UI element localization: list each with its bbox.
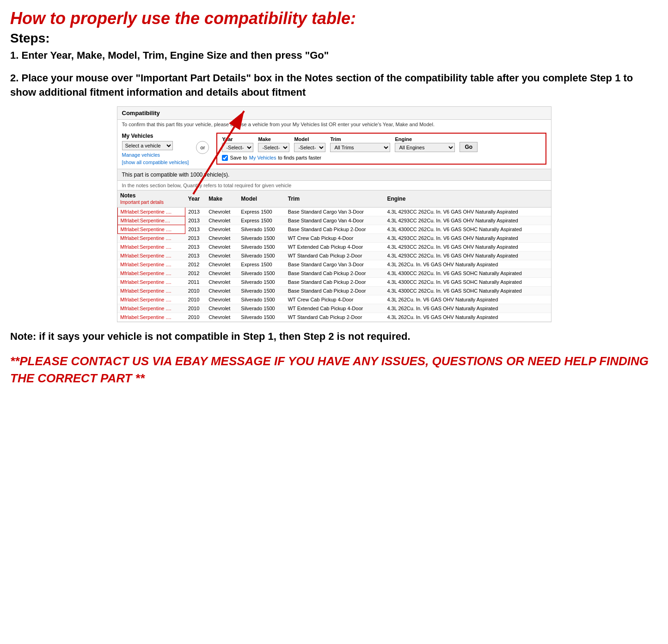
cell-notes: Mfrlabel:Serpentine .... <box>117 242 185 251</box>
engine-select[interactable]: All Engines <box>395 143 455 152</box>
col-notes: Notes Important part details <box>117 190 185 207</box>
cell-engine: 4.3L 4300CC 262Cu. In. V6 GAS SOHC Natur… <box>384 269 551 277</box>
cell-engine: 4.3L 4300CC 262Cu. In. V6 GAS SOHC Natur… <box>384 277 551 286</box>
cell-model: Silverado 1500 <box>238 313 285 321</box>
cell-year: 2011 <box>185 277 206 286</box>
cell-year: 2010 <box>185 295 206 304</box>
save-suffix: to finds parts faster <box>278 155 321 160</box>
cell-engine: 4.3L 4293CC 262Cu. In. V6 GAS OHV Natura… <box>384 233 551 242</box>
cell-make: Chevrolet <box>206 295 238 304</box>
my-vehicles-section: My Vehicles Select a vehicle Manage vehi… <box>122 133 189 165</box>
table-row: Mfrlabel:Serpentine .... 2013 Chevrolet … <box>117 242 551 251</box>
cell-model: Express 1500 <box>238 216 285 225</box>
cell-trim: Base Standard Cargo Van 3-Door <box>285 207 385 216</box>
trim-label: Trim <box>330 136 390 142</box>
year-field: Year -Select- <box>222 136 253 152</box>
cell-make: Chevrolet <box>206 269 238 277</box>
my-vehicles-link[interactable]: My Vehicles <box>249 155 276 160</box>
cell-make: Chevrolet <box>206 242 238 251</box>
cell-notes: Mfrlabel:Serpentine .... <box>117 269 185 277</box>
cell-trim: WT Crew Cab Pickup 4-Door <box>285 233 385 242</box>
cell-model: Silverado 1500 <box>238 295 285 304</box>
cell-notes: Mfrlabel:Serpentine .... <box>117 313 185 321</box>
ymm-row: Year -Select- Make -Select- Model <box>222 136 540 152</box>
engine-label: Engine <box>395 136 455 142</box>
cell-year: 2013 <box>185 225 206 233</box>
compatibility-wrapper: Compatibility To confirm that this part … <box>117 106 552 322</box>
cell-model: Silverado 1500 <box>238 304 285 313</box>
make-label: Make <box>258 136 289 142</box>
save-text: Save to <box>230 155 247 160</box>
table-row: Mfrlabel:Serpentine .... 2013 Chevrolet … <box>117 233 551 242</box>
cell-notes: Mfrlabel:Serpentine .... <box>117 225 185 233</box>
vehicle-select-wrapper: Select a vehicle <box>122 141 189 150</box>
cell-year: 2010 <box>185 304 206 313</box>
vehicle-select[interactable]: Select a vehicle <box>122 141 173 150</box>
trim-field: Trim All Trims <box>330 136 390 152</box>
cell-notes: Mfrlabel:Serpentine .... <box>117 233 185 242</box>
make-select[interactable]: -Select- <box>258 143 289 152</box>
manage-vehicles-link[interactable]: Manage vehicles <box>122 152 189 158</box>
table-row: Mfrlabel:Serpentine .... 2013 Chevrolet … <box>117 251 551 260</box>
cell-make: Chevrolet <box>206 313 238 321</box>
table-row: Mfrlabel:Serpentine .... 2011 Chevrolet … <box>117 277 551 286</box>
table-row: Mfrlabel:Serpentine .... 2012 Chevrolet … <box>117 260 551 269</box>
compatibility-table: Notes Important part details Year Make M… <box>117 190 551 322</box>
cell-year: 2012 <box>185 260 206 269</box>
cell-year: 2010 <box>185 313 206 321</box>
cell-make: Chevrolet <box>206 260 238 269</box>
make-field: Make -Select- <box>258 136 289 152</box>
engine-field: Engine All Engines <box>395 136 455 152</box>
cell-engine: 4.3L 4293CC 262Cu. In. V6 GAS OHV Natura… <box>384 207 551 216</box>
main-title: How to properly use the compatibility ta… <box>10 8 658 28</box>
table-row: Mfrlabel:Serpentine .... 2010 Chevrolet … <box>117 304 551 313</box>
cell-trim: Base Standard Cab Pickup 2-Door <box>285 269 385 277</box>
table-row: Mfrlabel:Serpentine .... 2012 Chevrolet … <box>117 269 551 277</box>
model-field: Model -Select- <box>294 136 325 152</box>
year-make-section: Year -Select- Make -Select- Model <box>216 133 546 165</box>
contact-text: **PLEASE CONTACT US VIA EBAY MESSAGE IF … <box>10 353 658 386</box>
cell-make: Chevrolet <box>206 304 238 313</box>
cell-trim: WT Crew Cab Pickup 4-Door <box>285 295 385 304</box>
cell-engine: 4.3L 262Cu. In. V6 GAS OHV Naturally Asp… <box>384 295 551 304</box>
cell-model: Silverado 1500 <box>238 286 285 295</box>
cell-notes: Mfrlabel:Serpentine.... <box>117 216 185 225</box>
steps-heading: Steps: <box>10 31 658 46</box>
note-text: Note: if it says your vehicle is not com… <box>10 330 658 344</box>
cell-model: Silverado 1500 <box>238 277 285 286</box>
cell-notes: Mfrlabel:Serpentine .... <box>117 260 185 269</box>
cell-model: Express 1500 <box>238 207 285 216</box>
year-label: Year <box>222 136 253 142</box>
cell-year: 2013 <box>185 207 206 216</box>
cell-model: Express 1500 <box>238 260 285 269</box>
col-trim: Trim <box>285 190 385 207</box>
col-year: Year <box>185 190 206 207</box>
or-circle: or <box>196 141 209 154</box>
cell-make: Chevrolet <box>206 286 238 295</box>
cell-trim: WT Standard Cab Pickup 2-Door <box>285 251 385 260</box>
compatibility-box: Compatibility To confirm that this part … <box>117 106 552 322</box>
cell-notes: Mfrlabel:Serpentine .... <box>117 207 185 216</box>
show-all-link[interactable]: [show all compatible vehicles] <box>122 159 189 165</box>
cell-make: Chevrolet <box>206 225 238 233</box>
go-button[interactable]: Go <box>460 142 478 152</box>
cell-engine: 4.3L 4300CC 262Cu. In. V6 GAS SOHC Natur… <box>384 286 551 295</box>
step1-text: 1. Enter Year, Make, Model, Trim, Engine… <box>10 49 658 63</box>
cell-year: 2010 <box>185 286 206 295</box>
col-engine: Engine <box>384 190 551 207</box>
cell-make: Chevrolet <box>206 277 238 286</box>
cell-trim: Base Standard Cab Pickup 2-Door <box>285 286 385 295</box>
cell-model: Silverado 1500 <box>238 242 285 251</box>
compat-sub-text: To confirm that this part fits your vehi… <box>117 120 551 129</box>
cell-notes: Mfrlabel:Serpentine .... <box>117 251 185 260</box>
cell-year: 2013 <box>185 216 206 225</box>
cell-trim: Base Standard Cargo Van 4-Door <box>285 216 385 225</box>
year-select[interactable]: -Select- <box>222 143 253 152</box>
cell-engine: 4.3L 4293CC 262Cu. In. V6 GAS OHV Natura… <box>384 251 551 260</box>
model-select[interactable]: -Select- <box>294 143 325 152</box>
trim-select[interactable]: All Trims <box>330 143 390 152</box>
save-checkbox[interactable] <box>222 155 228 161</box>
cell-year: 2012 <box>185 269 206 277</box>
cell-make: Chevrolet <box>206 251 238 260</box>
cell-make: Chevrolet <box>206 207 238 216</box>
